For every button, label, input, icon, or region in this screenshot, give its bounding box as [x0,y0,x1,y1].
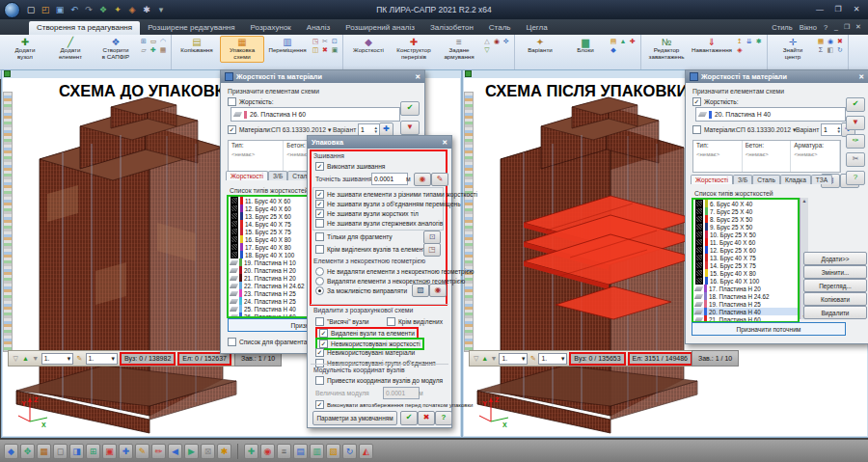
ribbon-mini-icon[interactable]: ✂ [320,37,330,45]
qat-icon[interactable]: ✱ [141,4,152,15]
warn-geometry-icon[interactable]: ◉ [429,284,447,297]
geometry-radio[interactable]: Не видаляти елементи з некоректною геоме… [315,267,474,276]
ribbon-button[interactable]: ▆Блоки [563,36,608,63]
statusbar-icon[interactable]: ◨ [69,444,84,459]
ribbon-tab[interactable]: Аналіз [299,21,338,35]
list-item[interactable]: 6. Брус 40 X 40 [693,200,798,207]
pipette-icon[interactable]: ✑ [846,134,865,149]
scope-checkbox[interactable]: Крім виділених вузлів та елементів [315,245,430,254]
fragment-list-checkbox[interactable]: Список для фрагмента [228,338,308,346]
statusbar-icon[interactable]: ↻ [342,444,357,459]
mode-select[interactable]: 1.▾ [538,353,567,365]
ribbon-mini-icon[interactable]: ◧ [826,45,835,54]
ribbon-mini-icon[interactable]: ✜ [502,37,511,45]
statusbar-icon[interactable]: ▥ [310,444,324,459]
sew-tool-icon[interactable]: ◉ [414,173,431,186]
qat-icon[interactable]: ▾ [155,4,167,15]
ribbon-button[interactable]: ✚Конструктор перерізів [392,36,436,63]
geometry-radio[interactable]: За можливістю виправляти [315,286,407,295]
sew-option-checkbox[interactable]: Не зшивати елементи з різними типами жор… [315,190,477,199]
ribbon-tab[interactable]: Розрахунок [243,21,299,35]
ribbon-button[interactable]: ▤Копіювання [175,36,219,63]
mode-select[interactable]: 1.▾ [86,353,119,365]
ribbon-mini-icon[interactable]: ⊞ [139,37,149,45]
module-value-input[interactable]: 0.0001 [383,387,420,399]
list-item[interactable]: 8. Брус 25 X 50 [693,215,798,223]
ribbon-mini-icon[interactable]: ⇊ [745,37,754,45]
list-item[interactable]: 15. Брус 40 X 80 [693,269,798,277]
close-icon[interactable]: ✕ [858,73,864,81]
statusbar-icon[interactable]: ◀ [168,444,182,459]
restore-icon[interactable]: ❐ [829,3,847,16]
panel-tab[interactable]: З/Б [733,175,752,184]
window-menu[interactable]: Вікно [800,23,817,32]
statusbar-icon[interactable]: ✱ [217,444,231,459]
scissors-icon[interactable]: ✂ [846,152,865,167]
filter-icon[interactable]: ▽ [473,355,479,363]
statusbar-icon[interactable]: ✚ [119,444,133,459]
ribbon-mini-icon[interactable]: ▤ [609,37,618,45]
ribbon-mini-icon[interactable]: ▱ [139,45,149,54]
list-item[interactable]: 20. Пластина Н 40 [693,308,798,315]
statusbar-icon[interactable]: ✏ [151,444,166,459]
ribbon-mini-icon[interactable]: ◉ [492,37,502,45]
ok-button[interactable]: ✔ [400,411,418,425]
stiffness-list[interactable]: 6. Брус 40 X 407. Брус 25 X 408. Брус 25… [692,198,800,323]
ribbon-tab[interactable]: Сталь [481,21,519,35]
list-action-button[interactable]: Копіювати [803,292,867,306]
loadcase-select[interactable]: 1.▾ [41,353,74,365]
ribbon-tab[interactable]: Створення та редагування [29,21,140,35]
dialog-titlebar[interactable]: Упаковка ✕ [308,136,451,149]
panel-tab[interactable]: З/Б [268,171,287,180]
list-item[interactable]: 18. Пластина Н 24.62 [693,292,798,300]
ribbon-mini-icon[interactable]: ▣ [330,45,339,54]
viewport-right-side-toolbar[interactable] [464,92,474,352]
module-checkbox[interactable]: Привести координати вузлів до модуля [315,376,443,385]
precision-input[interactable]: 0.0001 [371,173,408,185]
statusbar-icon[interactable]: ⊞ [86,444,100,459]
qat-icon[interactable]: ◈ [126,4,138,15]
materials-code[interactable]: СП 63.13330.2012 ▾ [271,126,331,134]
list-action-button[interactable]: Видалити [803,306,867,319]
sew-option-checkbox[interactable]: Не зшивати вузли стержневих аналогів [315,219,443,228]
list-item[interactable]: 10. Брус 25 X 50 [693,231,798,238]
sew-option-checkbox[interactable]: Не зшивати вузли жорстких тіл [315,209,419,218]
qat-icon[interactable]: ❖ [97,4,109,15]
scope-checkbox[interactable]: Тільки для фрагменту [315,232,393,241]
statusbar-icon[interactable]: ⊠ [201,444,215,459]
statusbar-icon[interactable]: ≡ [277,444,291,459]
close-icon[interactable]: ✕ [848,3,865,16]
qat-icon[interactable]: ◰ [40,4,51,15]
cancel-button[interactable]: ✖ [418,411,435,425]
ribbon-button[interactable]: ≡Задане армування [437,36,481,63]
fragment-icon[interactable]: ⊡ [423,231,441,244]
statusbar-icon[interactable]: ✎ [135,444,149,459]
delete-row-checkbox[interactable]: Крім виділених [387,317,443,326]
ribbon-mini-icon[interactable]: ↻ [835,45,845,54]
select-down-icon[interactable]: ▼ [490,355,497,362]
ribbon-mini-icon[interactable]: ◈ [735,45,745,54]
ribbon-mini-icon[interactable]: Σ [816,45,826,54]
ribbon-button[interactable]: ╱Додати елемент [48,36,93,63]
statusbar-icon[interactable]: ▦ [37,444,51,459]
app-logo-icon[interactable] [4,2,20,18]
qat-icon[interactable]: ↷ [83,4,95,15]
ribbon-mini-icon[interactable]: ◉ [826,37,835,45]
ribbon-mini-icon[interactable]: ▦ [158,45,168,54]
panel-tab[interactable]: Жорсткості [691,175,733,184]
select-up-icon[interactable]: ▲ [481,355,488,362]
ribbon-mini-icon[interactable]: ◫ [311,45,320,54]
close-icon[interactable]: ✕ [415,73,420,81]
sew-pick-icon[interactable]: ✎ [431,173,448,186]
ribbon-mini-icon[interactable]: ↥ [735,37,745,45]
do-sew-checkbox[interactable]: Виконати зшивання [315,162,385,171]
ribbon-mini-icon[interactable]: ✱ [754,37,764,45]
select-down-icon[interactable]: ▼ [32,355,40,362]
ribbon-mini-icon[interactable]: ◠ [158,37,168,45]
list-item[interactable]: 14. Брус 25 X 75 [693,261,798,269]
confirm-icon[interactable]: ✔ [846,97,865,112]
selection-icon[interactable]: ◳ [423,243,441,257]
select-up-icon[interactable]: ▲ [21,355,29,362]
ribbon-mini-icon[interactable]: ▲ [618,37,628,45]
list-action-button[interactable]: Змінити... [803,265,867,279]
